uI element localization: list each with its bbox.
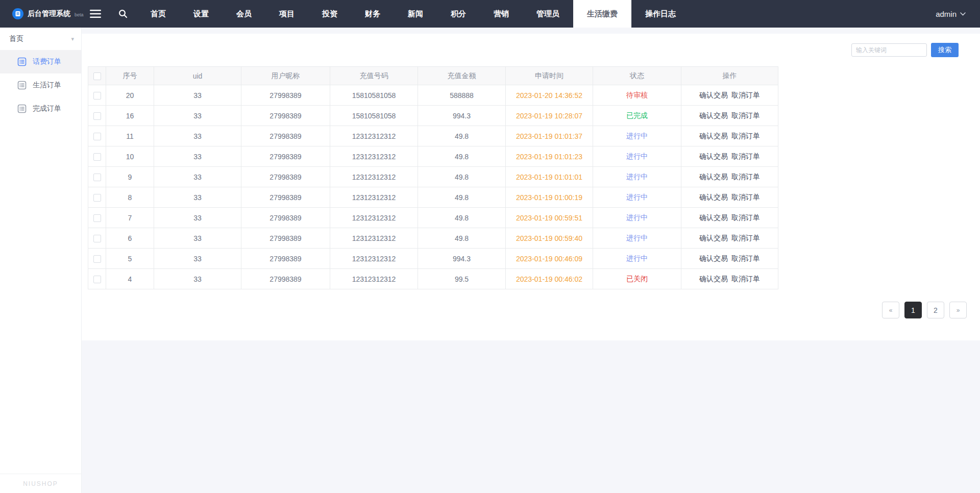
confirm-trade-link[interactable]: 确认交易 <box>699 91 728 99</box>
nav-item-settings[interactable]: 设置 <box>180 0 223 28</box>
row-checkbox[interactable] <box>93 153 101 161</box>
cancel-order-link[interactable]: 取消订单 <box>731 91 760 99</box>
nickname-cell: 27998389 <box>241 106 330 126</box>
row-select-cell <box>88 126 106 146</box>
nav-item-projects[interactable]: 项目 <box>265 0 308 28</box>
select-all-checkbox[interactable] <box>93 72 101 80</box>
user-menu[interactable]: admin <box>936 0 980 28</box>
confirm-trade-link[interactable]: 确认交易 <box>699 234 728 242</box>
nav-item-news[interactable]: 新闻 <box>394 0 437 28</box>
brand: 后台管理系统 beta <box>0 0 82 28</box>
actions-cell: 确认交易取消订单 <box>681 208 778 228</box>
confirm-trade-link[interactable]: 确认交易 <box>699 132 728 140</box>
nav-item-marketing[interactable]: 营销 <box>480 0 523 28</box>
nav-item-home[interactable]: 首页 <box>137 0 180 28</box>
confirm-trade-link[interactable]: 确认交易 <box>699 275 728 283</box>
amount-cell: 49.8 <box>418 126 506 146</box>
row-checkbox[interactable] <box>93 92 101 100</box>
actions-cell: 确认交易取消订单 <box>681 187 778 208</box>
confirm-trade-link[interactable]: 确认交易 <box>699 152 728 160</box>
row-checkbox[interactable] <box>93 194 101 202</box>
col-seq: 序号 <box>106 67 154 85</box>
search-toolbar: 搜索 <box>82 34 980 57</box>
nav-item-invest[interactable]: 投资 <box>308 0 351 28</box>
apply-time-cell: 2023-01-19 00:59:40 <box>506 228 593 249</box>
row-select-cell <box>88 228 106 249</box>
nav-item-points[interactable]: 积分 <box>437 0 480 28</box>
confirm-trade-link[interactable]: 确认交易 <box>699 172 728 181</box>
nav-item-members[interactable]: 会员 <box>223 0 265 28</box>
main-content: 搜索 序号 uid 用户昵称 充值号码 <box>82 28 980 493</box>
table-row: 16332799838915810581058994.32023-01-19 1… <box>88 106 778 126</box>
table-row: 733279983891231231231249.82023-01-19 00:… <box>88 208 778 228</box>
amount-cell: 994.3 <box>418 249 506 269</box>
confirm-trade-link[interactable]: 确认交易 <box>699 111 728 119</box>
list-icon <box>17 57 27 66</box>
cancel-order-link[interactable]: 取消订单 <box>731 172 760 181</box>
phone-cell: 12312312312 <box>330 146 418 167</box>
cancel-order-link[interactable]: 取消订单 <box>731 152 760 160</box>
cancel-order-link[interactable]: 取消订单 <box>731 193 760 201</box>
confirm-trade-link[interactable]: 确认交易 <box>699 193 728 201</box>
apply-time-cell: 2023-01-19 01:00:19 <box>506 187 593 208</box>
amount-cell: 994.3 <box>418 106 506 126</box>
table-row: 5332799838912312312312994.32023-01-19 00… <box>88 249 778 269</box>
cancel-order-link[interactable]: 取消订单 <box>731 234 760 242</box>
phone-cell: 12312312312 <box>330 269 418 289</box>
cancel-order-link[interactable]: 取消订单 <box>731 111 760 119</box>
row-checkbox[interactable] <box>93 112 101 120</box>
seq-cell: 11 <box>106 126 154 146</box>
row-select-cell <box>88 269 106 289</box>
hamburger-menu-icon[interactable] <box>82 0 109 28</box>
sidebar-group-home[interactable]: 首页 ▾ <box>0 28 81 50</box>
amount-cell: 49.8 <box>418 208 506 228</box>
row-checkbox[interactable] <box>93 214 101 222</box>
page-button-1[interactable]: 1 <box>904 302 922 318</box>
apply-time-cell: 2023-01-19 01:01:01 <box>506 167 593 187</box>
prev-page-button[interactable]: « <box>882 302 899 318</box>
search-button[interactable]: 搜索 <box>931 43 959 57</box>
confirm-trade-link[interactable]: 确认交易 <box>699 254 728 262</box>
phone-cell: 12312312312 <box>330 228 418 249</box>
cancel-order-link[interactable]: 取消订单 <box>731 132 760 140</box>
seq-cell: 8 <box>106 187 154 208</box>
table-row: 203327998389158105810585888882023-01-20 … <box>88 85 778 106</box>
page-button-2[interactable]: 2 <box>927 302 944 318</box>
nickname-cell: 27998389 <box>241 85 330 106</box>
sidebar-item-phone-orders[interactable]: 话费订单 <box>0 50 81 73</box>
row-checkbox[interactable] <box>93 133 101 140</box>
nav-item-logs[interactable]: 操作日志 <box>631 0 690 28</box>
actions-cell: 确认交易取消订单 <box>681 228 778 249</box>
row-checkbox[interactable] <box>93 276 101 283</box>
sidebar-item-label: 完成订单 <box>33 104 61 113</box>
top-navbar: 后台管理系统 beta 首页 设置 会员 项目 投资 财务 新闻 积分 营销 管… <box>0 0 980 28</box>
phone-cell: 15810581058 <box>330 106 418 126</box>
status-badge: 进行中 <box>593 208 681 228</box>
amount-cell: 49.8 <box>418 187 506 208</box>
amount-cell: 588888 <box>418 85 506 106</box>
row-select-cell <box>88 249 106 269</box>
cancel-order-link[interactable]: 取消订单 <box>731 275 760 283</box>
cancel-order-link[interactable]: 取消订单 <box>731 254 760 262</box>
nav-item-admins[interactable]: 管理员 <box>523 0 573 28</box>
sidebar-item-life-orders[interactable]: 生活订单 <box>0 73 81 97</box>
nav-item-life-payment[interactable]: 生活缴费 <box>573 0 631 28</box>
status-badge: 已完成 <box>593 106 681 126</box>
nickname-cell: 27998389 <box>241 187 330 208</box>
next-page-button[interactable]: » <box>949 302 967 318</box>
row-checkbox[interactable] <box>93 174 101 181</box>
row-checkbox[interactable] <box>93 235 101 242</box>
nickname-cell: 27998389 <box>241 126 330 146</box>
search-icon[interactable] <box>109 0 137 28</box>
row-checkbox[interactable] <box>93 255 101 263</box>
sidebar-item-completed-orders[interactable]: 完成订单 <box>0 97 81 120</box>
keyword-input[interactable] <box>851 43 927 57</box>
uid-cell: 33 <box>154 167 241 187</box>
nav-item-finance[interactable]: 财务 <box>351 0 394 28</box>
nickname-cell: 27998389 <box>241 269 330 289</box>
table-row: 933279983891231231231249.82023-01-19 01:… <box>88 167 778 187</box>
confirm-trade-link[interactable]: 确认交易 <box>699 213 728 221</box>
cancel-order-link[interactable]: 取消订单 <box>731 213 760 221</box>
status-badge: 进行中 <box>593 228 681 249</box>
uid-cell: 33 <box>154 228 241 249</box>
